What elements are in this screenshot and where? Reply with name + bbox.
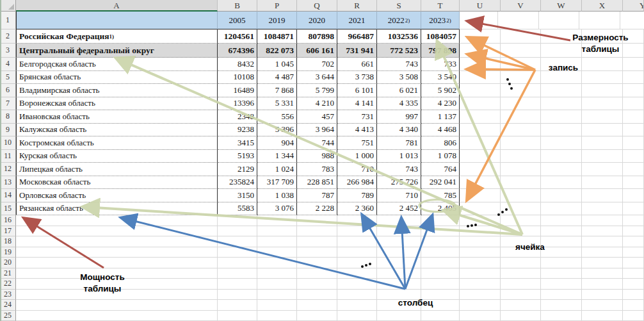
cell-Q11[interactable]: 988 [297, 150, 337, 163]
cell-V13[interactable] [501, 176, 541, 190]
cell-S13[interactable]: 275 726 [377, 176, 421, 190]
cell-A9[interactable]: Калужская область [16, 124, 218, 137]
row-header-2[interactable]: 2 [0, 29, 16, 44]
row-header-21[interactable]: 21 [0, 268, 16, 279]
cell-A23[interactable] [16, 290, 218, 300]
cell-T22[interactable] [421, 279, 460, 290]
row-header-22[interactable]: 22 [0, 279, 16, 290]
row-header-24[interactable]: 24 [0, 300, 16, 311]
cell-W4[interactable] [541, 58, 582, 71]
cell-B22[interactable] [218, 279, 257, 290]
cell-V6[interactable] [501, 84, 541, 97]
cell-P4[interactable]: 1 045 [257, 58, 297, 71]
row-header-5[interactable]: 5 [0, 71, 16, 85]
cell-S6[interactable]: 6 021 [377, 84, 421, 97]
cell-T23[interactable] [421, 290, 460, 300]
cell-V10[interactable] [501, 136, 541, 150]
cell-P3[interactable]: 822 073 [257, 44, 297, 58]
cell-S24[interactable] [377, 300, 421, 311]
cell-Y23[interactable] [623, 290, 644, 300]
cell-P22[interactable] [257, 279, 297, 290]
row-header-16[interactable]: 16 [0, 215, 16, 226]
cell-R16[interactable] [337, 215, 377, 226]
cell-Q20[interactable] [297, 258, 337, 268]
cell-X25[interactable] [582, 311, 623, 321]
cell-Y16[interactable] [623, 215, 644, 226]
cell-A7[interactable]: Воронежская область [16, 97, 218, 111]
cell-V18[interactable] [501, 236, 541, 247]
cell-U16[interactable] [460, 215, 501, 226]
row-header-11[interactable]: 11 [0, 150, 16, 163]
cell-P2[interactable]: 1084871 [257, 29, 297, 44]
cell-P9[interactable]: 5 396 [257, 124, 297, 137]
cell-Y10[interactable] [623, 136, 644, 150]
cell-Y15[interactable] [623, 202, 644, 216]
cell-V9[interactable] [501, 124, 541, 137]
cell-R21[interactable] [337, 268, 377, 279]
cell-T11[interactable]: 1 078 [421, 150, 460, 163]
cell-S21[interactable] [377, 268, 421, 279]
column-header-R[interactable]: R [337, 0, 377, 12]
cell-Q17[interactable] [297, 226, 337, 237]
cell-T25[interactable] [421, 311, 460, 321]
cell-V23[interactable] [501, 290, 541, 300]
cell-X12[interactable] [582, 163, 623, 176]
cell-Y6[interactable] [623, 84, 644, 97]
cell-P23[interactable] [257, 290, 297, 300]
row-header-20[interactable]: 20 [0, 258, 16, 268]
cell-S16[interactable] [377, 215, 421, 226]
cell-S4[interactable]: 743 [377, 58, 421, 71]
cell-W11[interactable] [541, 150, 582, 163]
cell-Q8[interactable]: 457 [297, 110, 337, 124]
cell-B12[interactable]: 2129 [218, 163, 257, 176]
cell-A24[interactable] [16, 300, 218, 311]
cell-R10[interactable]: 751 [337, 136, 377, 150]
cell-Y22[interactable] [623, 279, 644, 290]
column-header-A[interactable]: A [16, 0, 218, 12]
cell-Q22[interactable] [297, 279, 337, 290]
cell-T1[interactable]: 20232) [421, 12, 460, 29]
cell-R6[interactable]: 6 101 [337, 84, 377, 97]
cell-B5[interactable]: 10108 [218, 71, 257, 85]
cell-W13[interactable] [541, 176, 582, 190]
cell-A5[interactable]: Брянская область [16, 71, 218, 85]
cell-X3[interactable] [582, 44, 623, 58]
cell-U20[interactable] [460, 258, 501, 268]
column-header-X[interactable]: X [582, 0, 623, 12]
cell-S7[interactable]: 4 335 [377, 97, 421, 111]
cell-X16[interactable] [582, 215, 623, 226]
cell-A3[interactable]: Центральный федеральный округ [16, 44, 218, 58]
cell-Y3[interactable] [623, 44, 644, 58]
cell-U24[interactable] [460, 300, 501, 311]
cell-P15[interactable]: 3 076 [257, 202, 297, 216]
cell-R4[interactable]: 661 [337, 58, 377, 71]
cell-Q2[interactable]: 807898 [297, 29, 337, 44]
cell-P8[interactable]: 556 [257, 110, 297, 124]
cell-X1[interactable] [579, 12, 620, 29]
cell-A10[interactable]: Костромская область [16, 136, 218, 150]
cell-X23[interactable] [582, 290, 623, 300]
cell-T3[interactable]: 797 898 [421, 44, 460, 58]
cell-B14[interactable]: 3150 [218, 189, 257, 202]
column-header-B[interactable]: B [218, 0, 257, 12]
cell-Y24[interactable] [623, 300, 644, 311]
cell-S18[interactable] [377, 236, 421, 247]
cell-S22[interactable] [377, 279, 421, 290]
cell-Y7[interactable] [623, 97, 644, 111]
cell-X13[interactable] [582, 176, 623, 190]
cell-B24[interactable] [218, 300, 257, 311]
cell-P17[interactable] [257, 226, 297, 237]
cell-X6[interactable] [582, 84, 623, 97]
cell-U25[interactable] [460, 311, 501, 321]
cell-W7[interactable] [541, 97, 582, 111]
cell-T12[interactable]: 764 [421, 163, 460, 176]
cell-U7[interactable] [460, 97, 501, 111]
column-header-Q[interactable]: Q [297, 0, 337, 12]
cell-U18[interactable] [460, 236, 501, 247]
cell-P7[interactable]: 5 331 [257, 97, 297, 111]
cell-V8[interactable] [501, 110, 541, 124]
cell-Q19[interactable] [297, 247, 337, 258]
cell-A16[interactable] [16, 215, 218, 226]
cell-T19[interactable] [421, 247, 460, 258]
cell-V4[interactable] [501, 58, 541, 71]
